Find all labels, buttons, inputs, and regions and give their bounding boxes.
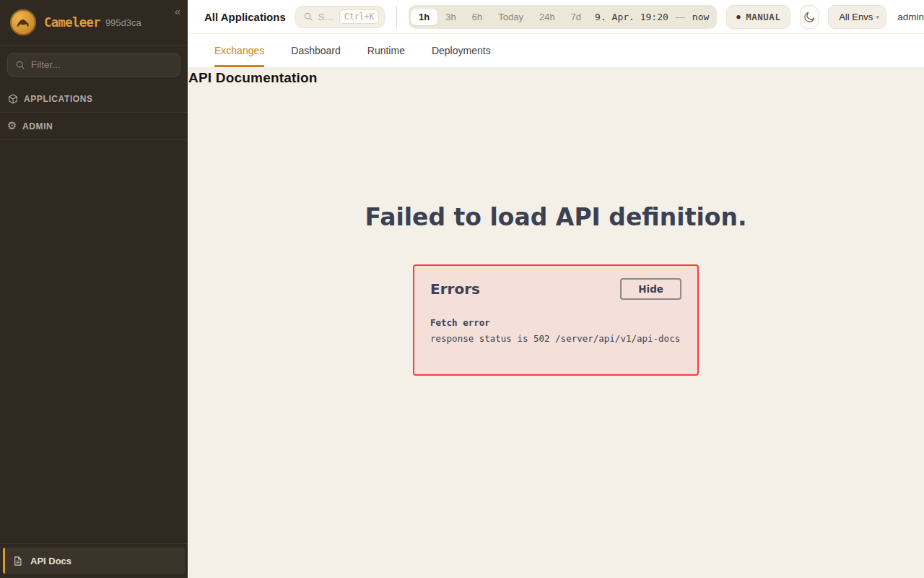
topbar-title: All Applications xyxy=(204,11,286,23)
search-icon xyxy=(15,60,25,70)
main-area: All Applications Ctrl+K 1h 3h 6h Today 2… xyxy=(188,0,924,578)
chevron-down-icon: ▾ xyxy=(876,13,879,21)
user-name[interactable]: admin xyxy=(897,12,924,22)
topbar: All Applications Ctrl+K 1h 3h 6h Today 2… xyxy=(188,0,924,34)
errors-panel: Errors Hide Fetch error response status … xyxy=(413,264,699,376)
tab-exchanges[interactable]: Exchanges xyxy=(214,34,264,67)
sidebar-filter-wrap xyxy=(0,46,188,85)
swagger-error-heading: Failed to load API definition. xyxy=(188,203,924,231)
sidebar-filter-field[interactable] xyxy=(7,53,180,77)
time-option-1h[interactable]: 1h xyxy=(411,9,437,25)
search-shortcut-badge: Ctrl+K xyxy=(339,9,380,24)
manual-refresh-button[interactable]: ● MANUAL xyxy=(726,5,790,29)
time-option-7d[interactable]: 7d xyxy=(563,9,589,25)
gear-icon: ⚙ xyxy=(7,121,17,131)
sidebar-section-applications[interactable]: APPLICATIONS xyxy=(0,85,188,113)
tabbar: Exchanges Dashboard Runtime Deployments xyxy=(188,34,924,67)
sidebar-collapse-icon[interactable]: « xyxy=(175,6,180,17)
sidebar-section-label: APPLICATIONS xyxy=(24,94,93,104)
sidebar-item-label: API Docs xyxy=(30,556,71,566)
camel-icon xyxy=(14,14,32,31)
errors-panel-title: Errors xyxy=(430,280,480,298)
time-range-selector: 1h 3h 6h Today 24h 7d 9. Apr. 19:20 — no… xyxy=(409,5,717,29)
manual-dot-icon: ● xyxy=(736,13,741,20)
environment-select[interactable]: All Envs ▾ xyxy=(828,5,886,29)
errors-panel-header: Errors Hide xyxy=(430,278,681,300)
time-option-3h[interactable]: 3h xyxy=(437,9,463,25)
time-range-to[interactable]: now xyxy=(687,12,715,22)
document-icon xyxy=(12,556,23,566)
app-version: 995d3ca xyxy=(105,17,141,28)
dark-mode-toggle[interactable] xyxy=(800,5,819,29)
sidebar: Cameleer 995d3ca « APPLICATIONS ⚙ ADMIN … xyxy=(0,0,188,578)
error-name: Fetch error xyxy=(430,317,681,328)
time-range-from[interactable]: 9. Apr. 19:20 xyxy=(589,12,674,22)
tab-deployments[interactable]: Deployments xyxy=(432,34,491,67)
time-option-24h[interactable]: 24h xyxy=(531,9,563,25)
error-message: response status is 502 /server/api/v1/ap… xyxy=(430,333,681,344)
environment-select-value: All Envs xyxy=(839,12,873,22)
sidebar-spacer xyxy=(0,140,188,543)
app-logo-name: Cameleer xyxy=(44,15,100,30)
sidebar-item-api-docs[interactable]: API Docs xyxy=(3,548,185,574)
sidebar-section-label: ADMIN xyxy=(22,121,53,131)
manual-button-label: MANUAL xyxy=(746,12,780,22)
global-search-input[interactable] xyxy=(318,12,334,22)
time-range-separator: — xyxy=(674,12,687,22)
content-area: API Documentation Failed to load API def… xyxy=(188,67,924,578)
page-title: API Documentation xyxy=(188,67,924,86)
topbar-divider xyxy=(396,6,397,27)
sidebar-footer: API Docs xyxy=(0,543,188,578)
search-icon xyxy=(303,12,313,22)
moon-icon xyxy=(803,11,816,23)
time-option-6h[interactable]: 6h xyxy=(464,9,490,25)
time-option-today[interactable]: Today xyxy=(490,9,531,25)
tab-runtime[interactable]: Runtime xyxy=(367,34,405,67)
sidebar-filter-input[interactable] xyxy=(31,59,173,70)
hide-errors-button[interactable]: Hide xyxy=(620,278,681,300)
sidebar-header: Cameleer 995d3ca « xyxy=(0,0,188,46)
sidebar-section-admin[interactable]: ⚙ ADMIN xyxy=(0,113,188,140)
tab-dashboard[interactable]: Dashboard xyxy=(291,34,341,67)
cube-icon xyxy=(7,93,19,105)
cameleer-logo-icon xyxy=(10,9,36,35)
global-search-field[interactable]: Ctrl+K xyxy=(295,6,385,28)
